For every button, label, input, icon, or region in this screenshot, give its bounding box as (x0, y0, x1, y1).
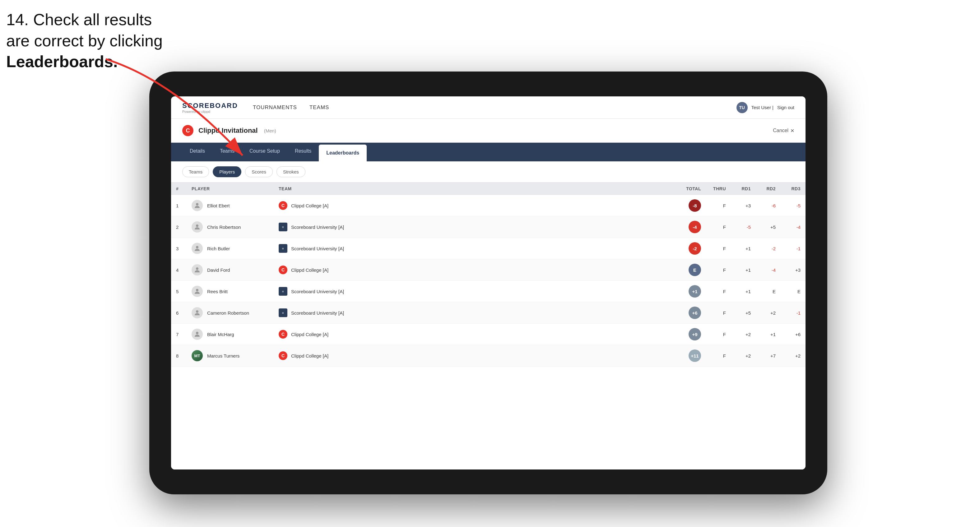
table-row: 8MTMarcus TurnersCClippd College [A]+11F… (171, 345, 805, 367)
tournament-icon: C (182, 125, 193, 136)
player-name: Elliot Ebert (207, 203, 230, 208)
col-player: PLAYER (187, 183, 274, 195)
leaderboard-table-container: # PLAYER TEAM TOTAL THRU RD1 RD2 RD3 1El… (171, 183, 805, 470)
player-name: Marcus Turners (207, 353, 239, 359)
cell-team: ≡Scoreboard University [A] (274, 302, 675, 324)
cell-team: ≡Scoreboard University [A] (274, 216, 675, 238)
svg-point-5 (196, 289, 199, 291)
cell-team: CClippd College [A] (274, 345, 675, 367)
cell-player: Chris Robertson (187, 216, 274, 238)
cell-rank: 5 (171, 281, 187, 302)
col-rd3: RD3 (781, 183, 805, 195)
score-badge: +11 (689, 349, 701, 362)
user-label: Test User | (751, 105, 773, 110)
cell-player: Cameron Robertson (187, 302, 274, 324)
filter-teams[interactable]: Teams (182, 166, 209, 177)
player-name: Rees Britt (207, 289, 228, 294)
cell-rd2: E (756, 281, 781, 302)
sign-out-link[interactable]: Sign out (777, 105, 794, 110)
filter-strokes[interactable]: Strokes (277, 166, 305, 177)
team-icon: ≡ (278, 287, 287, 296)
logo-sub: Powered by clippd (182, 110, 238, 113)
tournament-title-row: C Clippd Invitational (Men) (182, 125, 276, 136)
team-icon: C (278, 201, 287, 210)
player-name: Chris Robertson (207, 224, 241, 230)
nav-teams[interactable]: TEAMS (309, 105, 329, 111)
team-name: Scoreboard University [A] (291, 310, 344, 316)
tournament-type: (Men) (264, 128, 276, 133)
table-row: 2Chris Robertson≡Scoreboard University [… (171, 216, 805, 238)
cell-rd2: +1 (756, 324, 781, 345)
cell-rd3: -1 (781, 238, 805, 259)
cell-player: Elliot Ebert (187, 195, 274, 216)
cell-thru: F (706, 238, 731, 259)
cell-rd1: +1 (731, 281, 756, 302)
svg-point-3 (196, 246, 199, 248)
cell-rd3: +3 (781, 259, 805, 281)
nav-tournaments[interactable]: TOURNAMENTS (253, 105, 297, 111)
cell-thru: F (706, 195, 731, 216)
cell-player: MTMarcus Turners (187, 345, 274, 367)
logo-text: SCOREBOARD (182, 102, 238, 110)
score-badge: +1 (689, 285, 701, 298)
filter-bar: Teams Players Scores Strokes (171, 161, 805, 183)
player-avatar (192, 264, 203, 275)
cell-team: CClippd College [A] (274, 259, 675, 281)
tab-results[interactable]: Results (287, 143, 319, 161)
player-avatar (192, 286, 203, 297)
team-icon: ≡ (278, 244, 287, 253)
col-rd1: RD1 (731, 183, 756, 195)
tournament-name: Clippd Invitational (199, 127, 258, 135)
cell-thru: F (706, 324, 731, 345)
cell-team: ≡Scoreboard University [A] (274, 281, 675, 302)
leaderboard-table: # PLAYER TEAM TOTAL THRU RD1 RD2 RD3 1El… (171, 183, 805, 367)
team-icon: C (278, 330, 287, 338)
cell-rd1: +1 (731, 238, 756, 259)
tab-leaderboards[interactable]: Leaderboards (319, 144, 367, 161)
team-icon: C (278, 265, 287, 274)
team-icon: ≡ (278, 308, 287, 317)
cell-rd3: +2 (781, 345, 805, 367)
cell-rd1: +5 (731, 302, 756, 324)
table-header-row: # PLAYER TEAM TOTAL THRU RD1 RD2 RD3 (171, 183, 805, 195)
score-badge: +6 (689, 306, 701, 319)
tab-course-setup[interactable]: Course Setup (242, 143, 287, 161)
player-avatar (192, 200, 203, 211)
team-name: Scoreboard University [A] (291, 289, 344, 294)
team-name: Clippd College [A] (291, 267, 328, 273)
cell-total: +1 (675, 281, 706, 302)
cell-player: Blair McHarg (187, 324, 274, 345)
cell-rd3: -1 (781, 302, 805, 324)
filter-players[interactable]: Players (213, 166, 241, 177)
svg-point-6 (196, 310, 199, 313)
team-name: Clippd College [A] (291, 332, 328, 337)
nav-links: TOURNAMENTS TEAMS (253, 105, 737, 111)
team-name: Clippd College [A] (291, 353, 328, 359)
cell-rd2: -6 (756, 195, 781, 216)
score-badge: -2 (689, 242, 701, 255)
cancel-button[interactable]: Cancel ✕ (773, 128, 794, 134)
cell-rd3: +6 (781, 324, 805, 345)
cell-thru: F (706, 345, 731, 367)
cell-rd1: -5 (731, 216, 756, 238)
cell-rank: 6 (171, 302, 187, 324)
table-row: 6Cameron Robertson≡Scoreboard University… (171, 302, 805, 324)
cell-player: David Ford (187, 259, 274, 281)
cell-rd3: -5 (781, 195, 805, 216)
player-name: Cameron Robertson (207, 310, 249, 316)
score-badge: +9 (689, 328, 701, 340)
cell-total: -4 (675, 216, 706, 238)
tab-teams[interactable]: Teams (212, 143, 242, 161)
cell-total: +6 (675, 302, 706, 324)
col-rd2: RD2 (756, 183, 781, 195)
svg-point-1 (196, 203, 199, 205)
user-avatar: TU (737, 102, 748, 113)
table-row: 3Rich Butler≡Scoreboard University [A]-2… (171, 238, 805, 259)
cell-thru: F (706, 281, 731, 302)
cell-rank: 1 (171, 195, 187, 216)
score-badge: E (689, 264, 701, 276)
tab-details[interactable]: Details (182, 143, 212, 161)
filter-scores[interactable]: Scores (245, 166, 273, 177)
tablet-shell: SCOREBOARD Powered by clippd TOURNAMENTS… (149, 71, 827, 494)
cell-rd3: E (781, 281, 805, 302)
